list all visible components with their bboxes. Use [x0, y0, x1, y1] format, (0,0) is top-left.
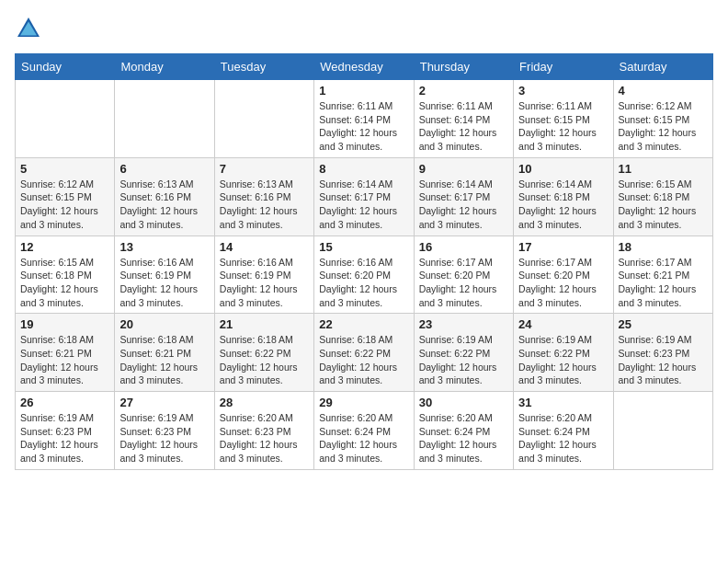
day-number: 20	[119, 317, 209, 331]
day-detail: Sunrise: 6:13 AM Sunset: 6:16 PM Dayligh…	[119, 178, 209, 232]
day-number: 6	[119, 162, 209, 176]
day-detail: Sunrise: 6:11 AM Sunset: 6:14 PM Dayligh…	[319, 99, 408, 154]
day-number: 11	[619, 162, 708, 176]
day-number: 29	[319, 396, 408, 409]
calendar-cell: 21Sunrise: 6:18 AM Sunset: 6:22 PM Dayli…	[214, 314, 313, 392]
day-number: 22	[319, 317, 408, 331]
calendar-week-row: 5Sunrise: 6:12 AM Sunset: 6:15 PM Daylig…	[16, 157, 713, 236]
day-detail: Sunrise: 6:18 AM Sunset: 6:22 PM Dayligh…	[319, 333, 408, 387]
weekday-header: Friday	[514, 54, 613, 80]
weekday-header: Tuesday	[214, 54, 313, 80]
day-number: 15	[319, 240, 408, 254]
day-detail: Sunrise: 6:14 AM Sunset: 6:17 PM Dayligh…	[319, 178, 408, 232]
calendar-cell: 27Sunrise: 6:19 AM Sunset: 6:23 PM Dayli…	[115, 392, 214, 470]
day-detail: Sunrise: 6:15 AM Sunset: 6:18 PM Dayligh…	[619, 178, 708, 232]
calendar-table: SundayMondayTuesdayWednesdayThursdayFrid…	[15, 53, 713, 470]
calendar-cell: 25Sunrise: 6:19 AM Sunset: 6:23 PM Dayli…	[613, 314, 712, 392]
calendar-cell: 31Sunrise: 6:20 AM Sunset: 6:24 PM Dayli…	[514, 392, 613, 470]
day-detail: Sunrise: 6:16 AM Sunset: 6:20 PM Dayligh…	[319, 256, 408, 310]
calendar-cell: 14Sunrise: 6:16 AM Sunset: 6:19 PM Dayli…	[214, 236, 313, 314]
calendar-week-row: 26Sunrise: 6:19 AM Sunset: 6:23 PM Dayli…	[16, 392, 713, 470]
day-number: 9	[419, 162, 508, 176]
day-number: 3	[518, 84, 608, 98]
calendar-cell	[115, 80, 214, 158]
day-number: 16	[419, 240, 508, 254]
weekday-header: Monday	[115, 54, 214, 80]
day-detail: Sunrise: 6:20 AM Sunset: 6:23 PM Dayligh…	[220, 411, 309, 465]
day-number: 13	[119, 240, 209, 254]
calendar-cell: 5Sunrise: 6:12 AM Sunset: 6:15 PM Daylig…	[16, 157, 115, 236]
day-number: 25	[619, 317, 708, 331]
day-detail: Sunrise: 6:19 AM Sunset: 6:23 PM Dayligh…	[20, 411, 109, 465]
calendar-cell: 2Sunrise: 6:11 AM Sunset: 6:14 PM Daylig…	[414, 80, 513, 158]
day-detail: Sunrise: 6:15 AM Sunset: 6:18 PM Dayligh…	[20, 256, 109, 310]
weekday-header: Saturday	[613, 54, 712, 80]
day-detail: Sunrise: 6:12 AM Sunset: 6:15 PM Dayligh…	[619, 99, 708, 154]
calendar-cell: 28Sunrise: 6:20 AM Sunset: 6:23 PM Dayli…	[214, 392, 313, 470]
page-header	[15, 15, 713, 42]
calendar-cell: 15Sunrise: 6:16 AM Sunset: 6:20 PM Dayli…	[314, 236, 414, 314]
logo	[15, 15, 46, 42]
day-detail: Sunrise: 6:20 AM Sunset: 6:24 PM Dayligh…	[518, 411, 608, 465]
day-number: 28	[220, 396, 309, 409]
day-number: 19	[20, 317, 109, 331]
day-detail: Sunrise: 6:18 AM Sunset: 6:21 PM Dayligh…	[20, 333, 109, 387]
day-number: 23	[419, 317, 508, 331]
calendar-cell: 7Sunrise: 6:13 AM Sunset: 6:16 PM Daylig…	[214, 157, 313, 236]
day-detail: Sunrise: 6:19 AM Sunset: 6:23 PM Dayligh…	[619, 333, 708, 387]
calendar-cell: 19Sunrise: 6:18 AM Sunset: 6:21 PM Dayli…	[16, 314, 115, 392]
day-number: 5	[20, 162, 109, 176]
calendar-week-row: 12Sunrise: 6:15 AM Sunset: 6:18 PM Dayli…	[16, 236, 713, 314]
calendar-cell: 26Sunrise: 6:19 AM Sunset: 6:23 PM Dayli…	[16, 392, 115, 470]
day-number: 2	[419, 84, 508, 98]
day-number: 26	[20, 396, 109, 409]
day-number: 1	[319, 84, 408, 98]
day-detail: Sunrise: 6:11 AM Sunset: 6:14 PM Dayligh…	[419, 99, 508, 154]
calendar-cell: 12Sunrise: 6:15 AM Sunset: 6:18 PM Dayli…	[16, 236, 115, 314]
day-detail: Sunrise: 6:19 AM Sunset: 6:23 PM Dayligh…	[119, 411, 209, 465]
calendar-cell: 4Sunrise: 6:12 AM Sunset: 6:15 PM Daylig…	[613, 80, 712, 158]
day-number: 8	[319, 162, 408, 176]
day-detail: Sunrise: 6:11 AM Sunset: 6:15 PM Dayligh…	[518, 99, 608, 154]
calendar-cell: 16Sunrise: 6:17 AM Sunset: 6:20 PM Dayli…	[414, 236, 513, 314]
calendar-cell: 13Sunrise: 6:16 AM Sunset: 6:19 PM Dayli…	[115, 236, 214, 314]
calendar-week-row: 1Sunrise: 6:11 AM Sunset: 6:14 PM Daylig…	[16, 80, 713, 158]
calendar-cell	[613, 392, 712, 470]
day-detail: Sunrise: 6:14 AM Sunset: 6:17 PM Dayligh…	[419, 178, 508, 232]
day-detail: Sunrise: 6:17 AM Sunset: 6:21 PM Dayligh…	[619, 256, 708, 310]
calendar-cell: 20Sunrise: 6:18 AM Sunset: 6:21 PM Dayli…	[115, 314, 214, 392]
day-number: 27	[119, 396, 209, 409]
day-detail: Sunrise: 6:20 AM Sunset: 6:24 PM Dayligh…	[319, 411, 408, 465]
calendar-cell: 22Sunrise: 6:18 AM Sunset: 6:22 PM Dayli…	[314, 314, 414, 392]
weekday-header-row: SundayMondayTuesdayWednesdayThursdayFrid…	[16, 54, 713, 80]
calendar-cell: 24Sunrise: 6:19 AM Sunset: 6:22 PM Dayli…	[514, 314, 613, 392]
day-number: 7	[220, 162, 309, 176]
calendar-cell	[16, 80, 115, 158]
weekday-header: Wednesday	[314, 54, 414, 80]
day-number: 12	[20, 240, 109, 254]
weekday-header: Thursday	[414, 54, 513, 80]
calendar-cell: 11Sunrise: 6:15 AM Sunset: 6:18 PM Dayli…	[613, 157, 712, 236]
day-number: 24	[518, 317, 608, 331]
calendar-cell: 30Sunrise: 6:20 AM Sunset: 6:24 PM Dayli…	[414, 392, 513, 470]
day-detail: Sunrise: 6:14 AM Sunset: 6:18 PM Dayligh…	[518, 178, 608, 232]
day-number: 21	[220, 317, 309, 331]
calendar-week-row: 19Sunrise: 6:18 AM Sunset: 6:21 PM Dayli…	[16, 314, 713, 392]
calendar-cell: 29Sunrise: 6:20 AM Sunset: 6:24 PM Dayli…	[314, 392, 414, 470]
day-detail: Sunrise: 6:18 AM Sunset: 6:21 PM Dayligh…	[119, 333, 209, 387]
day-detail: Sunrise: 6:12 AM Sunset: 6:15 PM Dayligh…	[20, 178, 109, 232]
weekday-header: Sunday	[16, 54, 115, 80]
calendar-cell	[214, 80, 313, 158]
calendar-cell: 18Sunrise: 6:17 AM Sunset: 6:21 PM Dayli…	[613, 236, 712, 314]
day-detail: Sunrise: 6:13 AM Sunset: 6:16 PM Dayligh…	[220, 178, 309, 232]
day-detail: Sunrise: 6:19 AM Sunset: 6:22 PM Dayligh…	[518, 333, 608, 387]
calendar-cell: 23Sunrise: 6:19 AM Sunset: 6:22 PM Dayli…	[414, 314, 513, 392]
day-detail: Sunrise: 6:17 AM Sunset: 6:20 PM Dayligh…	[518, 256, 608, 310]
day-detail: Sunrise: 6:16 AM Sunset: 6:19 PM Dayligh…	[119, 256, 209, 310]
day-detail: Sunrise: 6:17 AM Sunset: 6:20 PM Dayligh…	[419, 256, 508, 310]
day-number: 14	[220, 240, 309, 254]
day-number: 17	[518, 240, 608, 254]
day-detail: Sunrise: 6:18 AM Sunset: 6:22 PM Dayligh…	[220, 333, 309, 387]
calendar-cell: 1Sunrise: 6:11 AM Sunset: 6:14 PM Daylig…	[314, 80, 414, 158]
calendar-cell: 3Sunrise: 6:11 AM Sunset: 6:15 PM Daylig…	[514, 80, 613, 158]
